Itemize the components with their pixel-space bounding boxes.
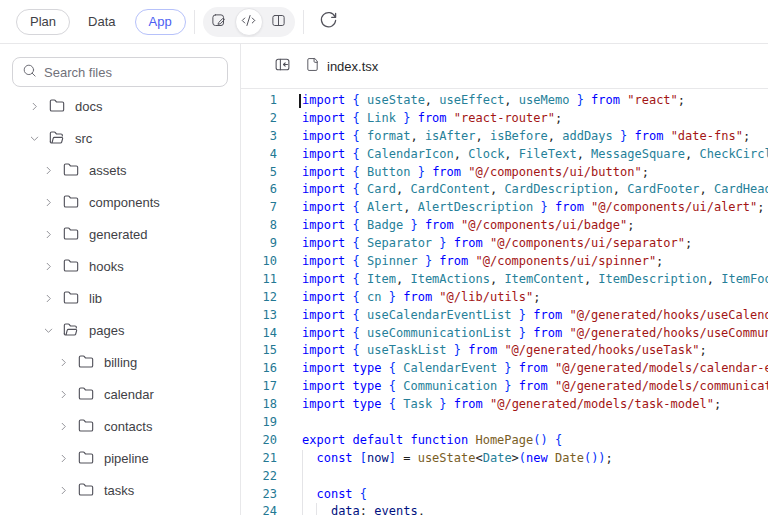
- tree-item-calendar[interactable]: calendar: [0, 378, 240, 410]
- line-number: 8: [241, 217, 277, 235]
- toolbar-tab-app[interactable]: App: [135, 9, 186, 35]
- folder-icon: [78, 386, 95, 403]
- toolbar-divider: [194, 10, 195, 34]
- search-input[interactable]: [44, 65, 227, 80]
- chevron-right-icon[interactable]: [42, 260, 55, 273]
- folder-icon: [63, 162, 80, 179]
- line-number: 20: [241, 432, 277, 450]
- editor-tab-bar: index.tsx: [241, 44, 768, 89]
- chevron-right-icon[interactable]: [42, 292, 55, 305]
- file-tree: docssrcassetscomponentsgeneratedhookslib…: [0, 90, 240, 515]
- tree-item-pages[interactable]: pages: [0, 314, 240, 346]
- app-window: Plan Data App: [0, 0, 768, 515]
- code-line: 7import { Alert, AlertDescription } from…: [241, 199, 768, 217]
- tree-item-pipeline[interactable]: pipeline: [0, 442, 240, 474]
- code-line: 11import { Item, ItemActions, ItemConten…: [241, 271, 768, 289]
- tree-item-lib[interactable]: lib: [0, 282, 240, 314]
- code-line: 14import { useCommunicationList } from "…: [241, 325, 768, 343]
- folder-icon: [78, 482, 95, 499]
- line-number: 9: [241, 235, 277, 253]
- refresh-button[interactable]: [317, 10, 341, 34]
- code-line: 24 data: events,: [241, 503, 768, 515]
- file-icon: [305, 57, 320, 76]
- folder-icon: [49, 98, 66, 115]
- code-line: 23 const {: [241, 486, 768, 504]
- tree-item-label: components: [89, 195, 160, 210]
- toolbar-divider: [303, 10, 304, 34]
- code-line: 13import { useCalendarEventList } from "…: [241, 307, 768, 325]
- chevron-right-icon[interactable]: [57, 356, 70, 369]
- editor-tab[interactable]: index.tsx: [305, 57, 378, 76]
- tree-item-assets[interactable]: assets: [0, 154, 240, 186]
- toolbar: Plan Data App: [0, 0, 768, 44]
- folder-icon: [63, 194, 80, 211]
- tree-item-tasks[interactable]: tasks: [0, 474, 240, 506]
- line-number: 19: [241, 414, 277, 432]
- file-explorer: docssrcassetscomponentsgeneratedhookslib…: [0, 44, 241, 515]
- folder-icon: [78, 354, 95, 371]
- chevron-right-icon[interactable]: [42, 196, 55, 209]
- folder-open-icon: [63, 322, 80, 339]
- tree-item-billing[interactable]: billing: [0, 346, 240, 378]
- code-line: 5import { Button } from "@/components/ui…: [241, 164, 768, 182]
- chevron-right-icon[interactable]: [57, 420, 70, 433]
- view-mode-switcher: [203, 7, 295, 37]
- line-number: 7: [241, 199, 277, 217]
- code-mode-button[interactable]: [235, 8, 263, 36]
- toolbar-tab-data[interactable]: Data: [82, 14, 121, 29]
- panel-collapse-left-icon: [274, 56, 291, 76]
- toolbar-tab-plan[interactable]: Plan: [16, 9, 70, 35]
- folder-icon: [63, 226, 80, 243]
- line-number: 21: [241, 450, 277, 468]
- code-line: 15import { useTaskList } from "@/generat…: [241, 342, 768, 360]
- tree-item-partial-file[interactable]: [0, 506, 240, 515]
- line-number: 14: [241, 325, 277, 343]
- chevron-right-icon[interactable]: [57, 388, 70, 401]
- chevron-right-icon[interactable]: [28, 100, 41, 113]
- split-mode-button[interactable]: [265, 8, 293, 36]
- tree-item-label: generated: [89, 227, 148, 242]
- line-number: 1: [241, 92, 277, 110]
- chevron-right-icon[interactable]: [57, 452, 70, 465]
- preview-mode-button[interactable]: [205, 8, 233, 36]
- code-line: 17import type { Communication } from "@/…: [241, 378, 768, 396]
- chevron-right-icon[interactable]: [57, 484, 70, 497]
- code-line: 16import type { CalendarEvent } from "@/…: [241, 360, 768, 378]
- file-search: [12, 57, 228, 87]
- tree-item-label: tasks: [104, 483, 134, 498]
- code-area[interactable]: 1import { useState, useEffect, useMemo }…: [241, 89, 768, 515]
- split-columns-icon: [271, 13, 286, 31]
- folder-open-icon: [49, 130, 66, 147]
- folder-icon: [63, 290, 80, 307]
- tree-item-components[interactable]: components: [0, 186, 240, 218]
- indent-guide: [302, 468, 303, 486]
- tree-item-label: assets: [89, 163, 127, 178]
- tab-filename: index.tsx: [327, 59, 378, 74]
- tree-item-label: docs: [75, 99, 102, 114]
- line-number: 18: [241, 396, 277, 414]
- tree-item-label: pipeline: [104, 451, 149, 466]
- tree-item-label: calendar: [104, 387, 154, 402]
- chevron-down-icon[interactable]: [28, 132, 41, 145]
- tree-item-src[interactable]: src: [0, 122, 240, 154]
- code-line: 3import { format, isAfter, isBefore, add…: [241, 128, 768, 146]
- line-number: 11: [241, 271, 277, 289]
- collapse-sidebar-button[interactable]: [272, 56, 292, 76]
- chevron-right-icon[interactable]: [42, 228, 55, 241]
- chevron-down-icon[interactable]: [42, 324, 55, 337]
- line-number: 3: [241, 128, 277, 146]
- line-number: 10: [241, 253, 277, 271]
- code-line: 8import { Badge } from "@/components/ui/…: [241, 217, 768, 235]
- tree-item-generated[interactable]: generated: [0, 218, 240, 250]
- tree-item-docs[interactable]: docs: [0, 90, 240, 122]
- tree-item-hooks[interactable]: hooks: [0, 250, 240, 282]
- line-number: 2: [241, 110, 277, 128]
- chevron-right-icon[interactable]: [42, 164, 55, 177]
- tree-item-label: hooks: [89, 259, 124, 274]
- tree-item-contacts[interactable]: contacts: [0, 410, 240, 442]
- line-number: 15: [241, 342, 277, 360]
- search-icon: [22, 63, 37, 82]
- code-line: 6import { Card, CardContent, CardDescrip…: [241, 181, 768, 199]
- tree-item-label: lib: [89, 291, 102, 306]
- line-number: 23: [241, 486, 277, 504]
